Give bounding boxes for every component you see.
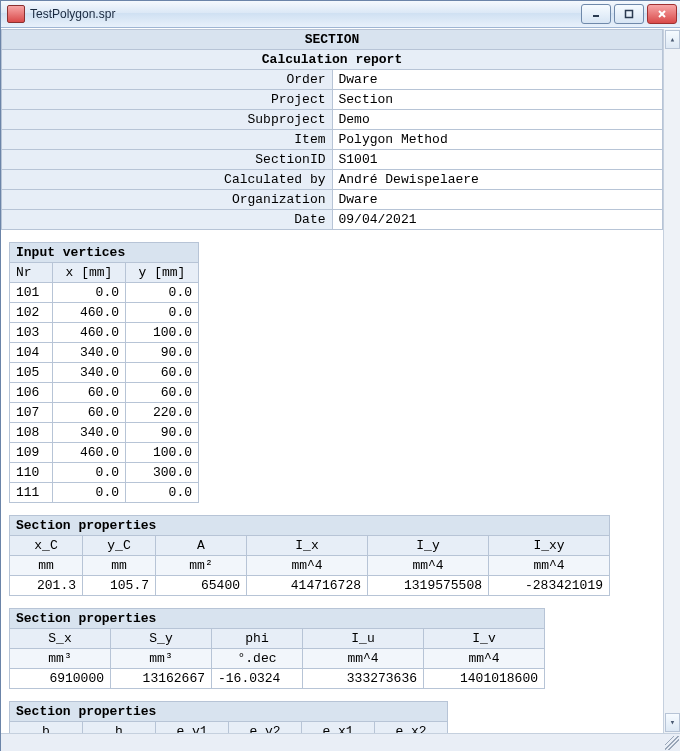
props1-table: Section properties x_Cy_CAI_xI_yI_xymmmm… [9, 515, 610, 596]
cell: 340.0 [53, 423, 126, 443]
maximize-button[interactable] [614, 4, 644, 24]
col-header: I_y [368, 536, 489, 556]
cell: 109 [10, 443, 53, 463]
props2-table: Section properties S_xS_yphiI_uI_vmm³mm³… [9, 608, 545, 689]
cell: -16.0324 [212, 669, 303, 689]
cell: 0.0 [126, 303, 199, 323]
cell: 460.0 [53, 323, 126, 343]
minimize-icon [591, 9, 601, 19]
cell: 102 [10, 303, 53, 323]
cell: 340.0 [53, 343, 126, 363]
col-unit: mm^4 [247, 556, 368, 576]
vertices-title: Input vertices [10, 243, 199, 263]
cell: -283421019 [489, 576, 610, 596]
cell: 108 [10, 423, 53, 443]
vertices-header: x [mm] [53, 263, 126, 283]
cell: 0.0 [53, 283, 126, 303]
cell: 0.0 [126, 283, 199, 303]
report-value: Dware [332, 190, 663, 210]
window-buttons [581, 4, 677, 24]
report-label: Organization [2, 190, 333, 210]
report-page: SECTION Calculation report OrderDwarePro… [1, 29, 663, 733]
col-header: y_C [83, 536, 156, 556]
table-row: 1010.00.0 [10, 283, 199, 303]
cell: 300.0 [126, 463, 199, 483]
col-header: b [10, 722, 83, 734]
table-row: 108340.090.0 [10, 423, 199, 443]
report-subtitle: Calculation report [2, 50, 663, 70]
app-window: TestPolygon.spr SECTION Calculation repo… [0, 0, 680, 751]
chevron-up-icon: ▴ [670, 34, 675, 45]
cell: 60.0 [126, 383, 199, 403]
cell: 60.0 [126, 363, 199, 383]
vertices-header: y [mm] [126, 263, 199, 283]
vertices-table: Input vertices Nrx [mm]y [mm] 1010.00.01… [9, 242, 199, 503]
size-grip[interactable] [665, 736, 679, 750]
cell: 106 [10, 383, 53, 403]
cell: 107 [10, 403, 53, 423]
col-unit: mm³ [111, 649, 212, 669]
cell: 110 [10, 463, 53, 483]
report-value: Demo [332, 110, 663, 130]
col-header: I_v [424, 629, 545, 649]
props2-title: Section properties [10, 609, 545, 629]
cell: 101 [10, 283, 53, 303]
table-row: 10760.0220.0 [10, 403, 199, 423]
cell: 340.0 [53, 363, 126, 383]
props3-table: Section properties bhe_y1e_y2e_x1e_x2mmm… [9, 701, 448, 733]
vertices-header: Nr [10, 263, 53, 283]
minimize-button[interactable] [581, 4, 611, 24]
table-row: 104340.090.0 [10, 343, 199, 363]
report-value: André Dewispelaere [332, 170, 663, 190]
report-value: 09/04/2021 [332, 210, 663, 230]
table-row: 102460.00.0 [10, 303, 199, 323]
col-header: h [83, 722, 156, 734]
col-unit: mm^4 [368, 556, 489, 576]
close-icon [657, 9, 667, 19]
titlebar[interactable]: TestPolygon.spr [1, 1, 680, 28]
cell: 1401018600 [424, 669, 545, 689]
window-title: TestPolygon.spr [30, 7, 581, 21]
col-unit: °.dec [212, 649, 303, 669]
chevron-down-icon: ▾ [670, 717, 675, 728]
cell: 460.0 [53, 303, 126, 323]
report-value: Polygon Method [332, 130, 663, 150]
report-label: Order [2, 70, 333, 90]
col-header: A [156, 536, 247, 556]
col-header: I_x [247, 536, 368, 556]
col-unit: mm² [156, 556, 247, 576]
section-title: SECTION [2, 30, 663, 50]
report-label: Calculated by [2, 170, 333, 190]
report-label: Item [2, 130, 333, 150]
col-unit: mm^4 [489, 556, 610, 576]
col-unit: mm [83, 556, 156, 576]
table-row: 109460.0100.0 [10, 443, 199, 463]
scroll-track[interactable] [664, 50, 680, 712]
cell: 6910000 [10, 669, 111, 689]
cell: 60.0 [53, 383, 126, 403]
report-label: Date [2, 210, 333, 230]
cell: 105.7 [83, 576, 156, 596]
statusbar [1, 733, 680, 751]
cell: 104 [10, 343, 53, 363]
table-row: 1110.00.0 [10, 483, 199, 503]
col-header: e_x1 [302, 722, 375, 734]
col-header: I_xy [489, 536, 610, 556]
vertical-scrollbar[interactable]: ▴ ▾ [663, 29, 680, 733]
report-value: Dware [332, 70, 663, 90]
close-button[interactable] [647, 4, 677, 24]
cell: 65400 [156, 576, 247, 596]
app-icon [7, 5, 25, 23]
client-area: SECTION Calculation report OrderDwarePro… [1, 28, 680, 733]
cell: 0.0 [126, 483, 199, 503]
maximize-icon [624, 9, 634, 19]
scroll-down-button[interactable]: ▾ [665, 713, 680, 732]
report-header-table: SECTION Calculation report OrderDwarePro… [1, 29, 663, 230]
props1-title: Section properties [10, 516, 610, 536]
col-header: phi [212, 629, 303, 649]
svg-rect-1 [626, 11, 633, 18]
cell: 0.0 [53, 483, 126, 503]
col-header: S_x [10, 629, 111, 649]
scroll-up-button[interactable]: ▴ [665, 30, 680, 49]
cell: 90.0 [126, 343, 199, 363]
